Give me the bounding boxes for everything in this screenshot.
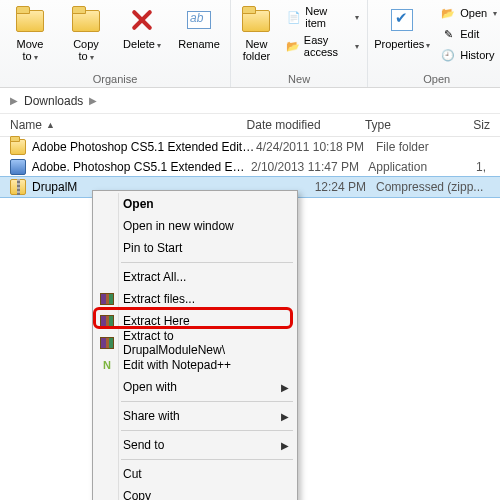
chevron-down-icon: ▾ <box>426 41 430 50</box>
easy-access-icon: 📂 <box>286 38 300 54</box>
chevron-down-icon: ▾ <box>90 53 94 62</box>
new-item-icon: 📄 <box>286 9 301 25</box>
menu-pin-label: Pin to Start <box>123 241 182 255</box>
menu-cut[interactable]: Cut <box>95 463 295 485</box>
winrar-icon <box>99 335 115 351</box>
rename-button[interactable]: ab Rename <box>174 2 224 50</box>
file-type: Compressed (zipp... <box>376 180 486 194</box>
menu-extractfiles-label: Extract files... <box>123 292 195 306</box>
file-date: 4/24/2011 10:18 PM <box>256 140 376 154</box>
menu-extracthere-label: Extract Here <box>123 314 190 328</box>
menu-edit-notepadpp[interactable]: NEdit with Notepad++ <box>95 354 295 376</box>
col-size[interactable]: Siz <box>473 118 490 132</box>
menu-extract-files[interactable]: Extract files... <box>95 288 295 310</box>
chevron-right-icon: ▶ <box>10 95 18 106</box>
col-date[interactable]: Date modified <box>247 118 365 132</box>
menu-open[interactable]: Open <box>95 193 295 215</box>
open-icon: 📂 <box>440 5 456 21</box>
copy-to-label: Copyto <box>73 38 99 62</box>
edit-button[interactable]: ✎Edit <box>438 25 499 43</box>
sort-asc-icon: ▲ <box>46 120 55 130</box>
group-organise-label: Organise <box>6 73 224 85</box>
edit-label: Edit <box>460 28 479 40</box>
column-headers: Name ▲ Date modified Type Siz <box>0 114 500 137</box>
menu-opennew-label: Open in new window <box>123 219 234 233</box>
edit-icon: ✎ <box>440 26 456 42</box>
file-type: Application <box>368 160 476 174</box>
menu-send-to[interactable]: Send to▶ <box>95 434 295 456</box>
menu-copy[interactable]: Copy <box>95 485 295 500</box>
col-type[interactable]: Type <box>365 118 473 132</box>
menu-extractto-label: Extract to DrupalModuleNew\ <box>123 329 277 357</box>
chevron-down-icon: ▾ <box>34 53 38 62</box>
copy-to-button[interactable]: Copyto▾ <box>62 2 110 64</box>
file-name: Adobe Photoshop CS5.1 Extended Edition <box>32 140 256 154</box>
ribbon: Moveto▾ Copyto▾ Delete▾ ab Rename Organi… <box>0 0 500 88</box>
application-icon <box>10 159 26 175</box>
new-item-label: New item <box>305 5 349 29</box>
properties-icon <box>386 4 418 36</box>
folder-copy-icon <box>70 4 102 36</box>
group-new-label: New <box>237 73 361 85</box>
menu-copy-label: Copy <box>123 489 151 500</box>
menu-separator <box>121 401 293 402</box>
new-folder-button[interactable]: Newfolder <box>237 2 276 62</box>
menu-open-with[interactable]: Open with▶ <box>95 376 295 398</box>
menu-sendto-label: Send to <box>123 438 164 452</box>
properties-label: Properties <box>374 38 424 50</box>
col-name[interactable]: Name ▲ <box>10 118 247 132</box>
chevron-down-icon: ▾ <box>493 9 497 18</box>
delete-x-icon <box>126 4 158 36</box>
easy-access-button[interactable]: 📂Easy access▾ <box>284 33 361 59</box>
move-to-label: Moveto <box>17 38 44 62</box>
rename-label: Rename <box>178 38 220 50</box>
history-button[interactable]: 🕘History <box>438 46 499 64</box>
rename-icon: ab <box>183 4 215 36</box>
new-folder-label: Newfolder <box>243 38 271 62</box>
move-to-button[interactable]: Moveto▾ <box>6 2 54 64</box>
menu-extract-to-folder[interactable]: Extract to DrupalModuleNew\ <box>95 332 295 354</box>
menu-separator <box>121 262 293 263</box>
new-item-button[interactable]: 📄New item▾ <box>284 4 361 30</box>
menu-separator <box>121 430 293 431</box>
chevron-down-icon: ▾ <box>355 13 359 22</box>
list-item[interactable]: Adobe. Photoshop CS5.1 Extended Editio..… <box>0 157 500 177</box>
properties-button[interactable]: Properties▾ <box>374 2 430 52</box>
chevron-down-icon: ▾ <box>355 42 359 51</box>
breadcrumb[interactable]: ▶ Downloads ▶ <box>0 88 500 114</box>
file-size: 1, <box>476 160 490 174</box>
breadcrumb-folder[interactable]: Downloads <box>24 94 83 108</box>
chevron-down-icon: ▾ <box>157 41 161 50</box>
submenu-arrow-icon: ▶ <box>281 440 289 451</box>
menu-separator <box>121 459 293 460</box>
group-open-label: Open <box>374 73 499 85</box>
menu-npp-label: Edit with Notepad++ <box>123 358 231 372</box>
file-type: File folder <box>376 140 486 154</box>
file-list: Adobe Photoshop CS5.1 Extended Edition 4… <box>0 137 500 197</box>
menu-extract-all[interactable]: Extract All... <box>95 266 295 288</box>
file-date: 2/10/2013 11:47 PM <box>251 160 368 174</box>
ribbon-group-open: Properties▾ 📂Open▾ ✎Edit 🕘History Open <box>368 0 500 87</box>
chevron-right-icon: ▶ <box>89 95 97 106</box>
ribbon-group-new: Newfolder 📄New item▾ 📂Easy access▾ New <box>231 0 368 87</box>
menu-extractall-label: Extract All... <box>123 270 186 284</box>
menu-open-label: Open <box>123 197 154 211</box>
open-button[interactable]: 📂Open▾ <box>438 4 499 22</box>
submenu-arrow-icon: ▶ <box>281 411 289 422</box>
list-item[interactable]: Adobe Photoshop CS5.1 Extended Edition 4… <box>0 137 500 157</box>
menu-share-with[interactable]: Share with▶ <box>95 405 295 427</box>
col-name-label: Name <box>10 118 42 132</box>
menu-openwith-label: Open with <box>123 380 177 394</box>
easy-access-label: Easy access <box>304 34 349 58</box>
context-menu: Open Open in new window Pin to Start Ext… <box>92 190 298 500</box>
menu-pin-to-start[interactable]: Pin to Start <box>95 237 295 259</box>
menu-sharewith-label: Share with <box>123 409 180 423</box>
folder-move-icon <box>14 4 46 36</box>
menu-open-new-window[interactable]: Open in new window <box>95 215 295 237</box>
delete-label: Delete <box>123 38 155 50</box>
history-label: History <box>460 49 494 61</box>
submenu-arrow-icon: ▶ <box>281 382 289 393</box>
zip-icon <box>10 179 26 195</box>
delete-button[interactable]: Delete▾ <box>118 2 166 52</box>
new-folder-icon <box>240 4 272 36</box>
